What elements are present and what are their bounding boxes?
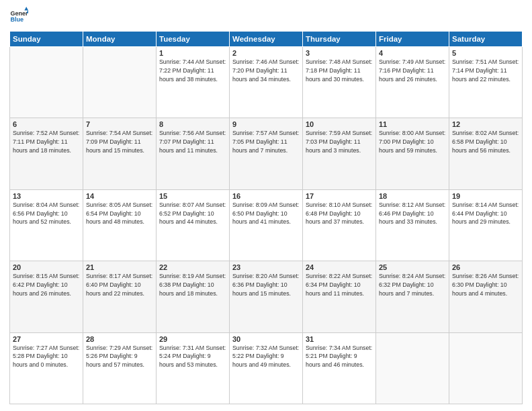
calendar-cell: 21Sunrise: 8:17 AM Sunset: 6:40 PM Dayli… [83, 261, 157, 332]
day-number: 9 [232, 120, 300, 128]
calendar-cell [83, 47, 157, 118]
calendar-cell: 17Sunrise: 8:10 AM Sunset: 6:48 PM Dayli… [303, 189, 376, 261]
calendar-cell: 29Sunrise: 7:31 AM Sunset: 5:24 PM Dayli… [157, 332, 230, 404]
day-number: 16 [232, 192, 300, 200]
day-info: Sunrise: 8:24 AM Sunset: 6:32 PM Dayligh… [379, 272, 446, 298]
day-number: 28 [86, 335, 153, 343]
day-number: 22 [159, 263, 226, 271]
day-number: 25 [379, 263, 446, 271]
calendar-cell: 16Sunrise: 8:09 AM Sunset: 6:50 PM Dayli… [230, 189, 303, 261]
day-info: Sunrise: 7:59 AM Sunset: 7:03 PM Dayligh… [306, 129, 373, 154]
calendar-cell: 10Sunrise: 7:59 AM Sunset: 7:03 PM Dayli… [303, 118, 376, 189]
day-info: Sunrise: 8:12 AM Sunset: 6:46 PM Dayligh… [379, 201, 446, 226]
day-number: 10 [306, 120, 373, 128]
weekday-thursday: Thursday [303, 32, 376, 47]
weekday-wednesday: Wednesday [230, 32, 303, 47]
calendar-cell: 11Sunrise: 8:00 AM Sunset: 7:00 PM Dayli… [376, 118, 449, 189]
day-info: Sunrise: 8:10 AM Sunset: 6:48 PM Dayligh… [306, 201, 373, 226]
weekday-friday: Friday [376, 32, 449, 47]
day-info: Sunrise: 7:56 AM Sunset: 7:07 PM Dayligh… [159, 129, 226, 154]
day-info: Sunrise: 8:17 AM Sunset: 6:40 PM Dayligh… [86, 272, 153, 298]
day-number: 4 [379, 49, 446, 57]
calendar-cell [449, 332, 523, 404]
day-number: 1 [159, 49, 226, 57]
weekday-sunday: Sunday [10, 32, 83, 47]
day-number: 30 [232, 335, 300, 343]
day-info: Sunrise: 7:27 AM Sunset: 5:28 PM Dayligh… [13, 344, 80, 369]
calendar-cell: 8Sunrise: 7:56 AM Sunset: 7:07 PM Daylig… [157, 118, 230, 189]
calendar-cell: 19Sunrise: 8:14 AM Sunset: 6:44 PM Dayli… [449, 189, 523, 261]
calendar-cell: 1Sunrise: 7:44 AM Sunset: 7:22 PM Daylig… [157, 47, 230, 118]
calendar-cell: 15Sunrise: 8:07 AM Sunset: 6:52 PM Dayli… [157, 189, 230, 261]
calendar-cell: 12Sunrise: 8:02 AM Sunset: 6:58 PM Dayli… [449, 118, 523, 189]
day-number: 18 [379, 192, 446, 200]
day-info: Sunrise: 7:46 AM Sunset: 7:20 PM Dayligh… [232, 58, 300, 83]
day-number: 26 [452, 263, 519, 271]
day-info: Sunrise: 8:09 AM Sunset: 6:50 PM Dayligh… [232, 201, 300, 226]
calendar-cell: 20Sunrise: 8:15 AM Sunset: 6:42 PM Dayli… [10, 261, 83, 332]
calendar-cell: 14Sunrise: 8:05 AM Sunset: 6:54 PM Dayli… [83, 189, 157, 261]
calendar-week-0: 1Sunrise: 7:44 AM Sunset: 7:22 PM Daylig… [10, 47, 523, 118]
calendar-table: SundayMondayTuesdayWednesdayThursdayFrid… [9, 31, 523, 404]
calendar-cell: 6Sunrise: 7:52 AM Sunset: 7:11 PM Daylig… [10, 118, 83, 189]
day-info: Sunrise: 7:54 AM Sunset: 7:09 PM Dayligh… [86, 129, 153, 154]
day-number: 19 [452, 192, 519, 200]
day-number: 6 [13, 120, 80, 128]
day-info: Sunrise: 8:22 AM Sunset: 6:34 PM Dayligh… [306, 272, 373, 298]
calendar-cell: 9Sunrise: 7:57 AM Sunset: 7:05 PM Daylig… [230, 118, 303, 189]
day-info: Sunrise: 8:15 AM Sunset: 6:42 PM Dayligh… [13, 272, 80, 298]
day-info: Sunrise: 7:44 AM Sunset: 7:22 PM Dayligh… [159, 58, 226, 83]
day-info: Sunrise: 7:29 AM Sunset: 5:26 PM Dayligh… [86, 344, 153, 369]
day-info: Sunrise: 8:07 AM Sunset: 6:52 PM Dayligh… [159, 201, 226, 226]
day-number: 2 [232, 49, 300, 57]
calendar-cell: 23Sunrise: 8:20 AM Sunset: 6:36 PM Dayli… [230, 261, 303, 332]
svg-text:Blue: Blue [10, 16, 24, 23]
day-number: 5 [452, 49, 519, 57]
calendar-cell: 4Sunrise: 7:49 AM Sunset: 7:16 PM Daylig… [376, 47, 449, 118]
day-number: 14 [86, 192, 153, 200]
calendar-week-3: 20Sunrise: 8:15 AM Sunset: 6:42 PM Dayli… [10, 261, 523, 332]
day-info: Sunrise: 7:32 AM Sunset: 5:22 PM Dayligh… [232, 344, 300, 369]
day-number: 29 [159, 335, 226, 343]
day-info: Sunrise: 7:34 AM Sunset: 5:21 PM Dayligh… [306, 344, 373, 369]
calendar-cell: 28Sunrise: 7:29 AM Sunset: 5:26 PM Dayli… [83, 332, 157, 404]
weekday-saturday: Saturday [449, 32, 523, 47]
day-number: 3 [306, 49, 373, 57]
logo: General Blue [9, 7, 30, 26]
day-info: Sunrise: 8:19 AM Sunset: 6:38 PM Dayligh… [159, 272, 226, 298]
day-info: Sunrise: 8:26 AM Sunset: 6:30 PM Dayligh… [452, 272, 519, 298]
day-info: Sunrise: 8:00 AM Sunset: 7:00 PM Dayligh… [379, 129, 446, 154]
calendar-cell: 18Sunrise: 8:12 AM Sunset: 6:46 PM Dayli… [376, 189, 449, 261]
day-info: Sunrise: 7:49 AM Sunset: 7:16 PM Dayligh… [379, 58, 446, 83]
day-info: Sunrise: 8:20 AM Sunset: 6:36 PM Dayligh… [232, 272, 300, 298]
day-number: 17 [306, 192, 373, 200]
day-info: Sunrise: 8:05 AM Sunset: 6:54 PM Dayligh… [86, 201, 153, 226]
day-number: 12 [452, 120, 519, 128]
day-number: 21 [86, 263, 153, 271]
day-number: 8 [159, 120, 226, 128]
day-info: Sunrise: 7:31 AM Sunset: 5:24 PM Dayligh… [159, 344, 226, 369]
day-number: 15 [159, 192, 226, 200]
calendar-week-1: 6Sunrise: 7:52 AM Sunset: 7:11 PM Daylig… [10, 118, 523, 189]
day-number: 24 [306, 263, 373, 271]
day-number: 7 [86, 120, 153, 128]
calendar-cell: 25Sunrise: 8:24 AM Sunset: 6:32 PM Dayli… [376, 261, 449, 332]
calendar-cell [10, 47, 83, 118]
calendar-cell: 13Sunrise: 8:04 AM Sunset: 6:56 PM Dayli… [10, 189, 83, 261]
day-number: 27 [13, 335, 80, 343]
logo-icon: General Blue [9, 7, 28, 26]
page: General Blue SundayMondayTuesdayWednesda… [0, 0, 532, 411]
day-info: Sunrise: 7:48 AM Sunset: 7:18 PM Dayligh… [306, 58, 373, 83]
calendar-cell: 24Sunrise: 8:22 AM Sunset: 6:34 PM Dayli… [303, 261, 376, 332]
day-info: Sunrise: 8:04 AM Sunset: 6:56 PM Dayligh… [13, 201, 80, 226]
calendar-cell: 22Sunrise: 8:19 AM Sunset: 6:38 PM Dayli… [157, 261, 230, 332]
weekday-header-row: SundayMondayTuesdayWednesdayThursdayFrid… [10, 32, 523, 47]
svg-text:General: General [10, 10, 28, 17]
day-info: Sunrise: 7:57 AM Sunset: 7:05 PM Dayligh… [232, 129, 300, 154]
calendar-cell: 7Sunrise: 7:54 AM Sunset: 7:09 PM Daylig… [83, 118, 157, 189]
weekday-tuesday: Tuesday [157, 32, 230, 47]
calendar-cell: 5Sunrise: 7:51 AM Sunset: 7:14 PM Daylig… [449, 47, 523, 118]
day-number: 23 [232, 263, 300, 271]
svg-marker-2 [24, 7, 28, 11]
day-number: 11 [379, 120, 446, 128]
